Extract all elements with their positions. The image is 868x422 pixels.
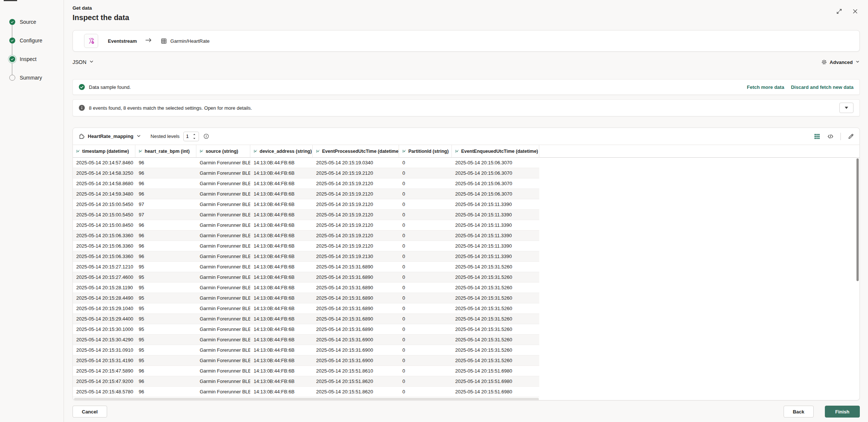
table-cell: 95 <box>135 324 196 334</box>
table-cell: 0 <box>399 314 452 324</box>
advanced-dropdown[interactable]: Advanced <box>821 59 860 65</box>
table-cell: 96 <box>135 220 196 230</box>
format-value: JSON <box>73 59 86 65</box>
table-cell: 2025-05-14 20:15:51.6980 <box>452 366 539 376</box>
table-row[interactable]: 2025-05-14 20:15:31.091095Garmin Forerun… <box>73 345 539 355</box>
table-cell: 0 <box>399 345 452 355</box>
table-cell: 2025-05-14 20:14:59.3480 <box>73 189 135 199</box>
expand-details-button[interactable] <box>839 103 853 113</box>
table-row[interactable]: 2025-05-14 20:14:58.325096Garmin Forerun… <box>73 168 539 178</box>
spinner-up-button[interactable] <box>192 132 197 136</box>
table-cell: 2025-05-14 20:15:19.2120 <box>313 231 399 241</box>
stepper-item-source[interactable]: Source <box>0 13 64 31</box>
close-icon[interactable] <box>852 8 858 15</box>
table-cell: Garmin Forerunner BLE <box>196 345 250 355</box>
stepper-item-inspect[interactable]: Inspect <box>0 50 64 68</box>
column-header-label: EventEnqueuedUtcTime (datetime) <box>461 149 538 154</box>
table-row[interactable]: 2025-05-14 20:15:06.336096Garmin Forerun… <box>73 231 539 241</box>
table-cell: 2025-05-14 20:15:06.3070 <box>452 178 539 189</box>
table-cell: 14:13:0B:44:FB:6B <box>250 158 313 168</box>
table-row[interactable]: 2025-05-14 20:15:00.545097Garmin Forerun… <box>73 210 539 220</box>
cancel-button[interactable]: Cancel <box>73 406 107 418</box>
table-cell: 2025-05-14 20:15:31.6890 <box>313 303 399 313</box>
table-cell: 2025-05-14 20:15:31.6890 <box>313 324 399 334</box>
table-row[interactable]: 2025-05-14 20:15:00.545097Garmin Forerun… <box>73 199 539 210</box>
format-dropdown[interactable]: JSON <box>73 59 94 65</box>
horizontal-scrollbar[interactable] <box>73 397 859 400</box>
table-row[interactable]: 2025-05-14 20:15:31.419095Garmin Forerun… <box>73 355 539 366</box>
action-link[interactable]: Discard and fetch new data <box>791 84 853 90</box>
table-cell: Garmin Forerunner BLE <box>196 355 250 365</box>
column-header[interactable]: EventProcessedUtcTime (datetime) <box>313 145 399 157</box>
sample-status-bar: Data sample found. Fetch more dataDiscar… <box>73 79 860 95</box>
chevron-down-icon <box>136 133 141 140</box>
table-row[interactable]: 2025-05-14 20:15:47.589096Garmin Forerun… <box>73 366 539 376</box>
table-row[interactable]: 2025-05-14 20:15:27.460095Garmin Forerun… <box>73 272 539 283</box>
table-cell: 2025-05-14 20:15:27.1210 <box>73 262 135 272</box>
column-header[interactable]: heart_rate_bpm (int) <box>135 145 196 157</box>
window-artifact <box>4 0 17 1</box>
table-row[interactable]: 2025-05-14 20:14:57.846096Garmin Forerun… <box>73 158 539 168</box>
table-cell: 14:13:0B:44:FB:6B <box>250 251 313 261</box>
column-type-icon <box>253 149 258 154</box>
table-cell: 2025-05-14 20:15:31.5260 <box>452 283 539 293</box>
stepper-item-configure[interactable]: Configure <box>0 31 64 50</box>
expand-dialog-icon[interactable] <box>836 8 842 15</box>
table-row[interactable]: 2025-05-14 20:15:28.449095Garmin Forerun… <box>73 293 539 303</box>
table-cell: 14:13:0B:44:FB:6B <box>250 262 313 272</box>
nested-levels-info-icon[interactable] <box>203 133 209 139</box>
table-cell: 14:13:0B:44:FB:6B <box>250 366 313 376</box>
table-cell: 0 <box>399 272 452 282</box>
back-button[interactable]: Back <box>784 406 814 418</box>
nested-levels-input[interactable] <box>184 133 191 139</box>
action-link[interactable]: Fetch more data <box>747 84 784 90</box>
table-view-button[interactable] <box>814 133 820 140</box>
table-row[interactable]: 2025-05-14 20:15:29.104095Garmin Forerun… <box>73 303 539 314</box>
table-row[interactable]: 2025-05-14 20:15:00.845096Garmin Forerun… <box>73 220 539 231</box>
table-cell: 2025-05-14 20:15:06.3070 <box>452 168 539 178</box>
table-cell: 2025-05-14 20:15:29.1040 <box>73 303 135 313</box>
table-row[interactable]: 2025-05-14 20:15:28.119095Garmin Forerun… <box>73 283 539 293</box>
table-row[interactable]: 2025-05-14 20:15:30.100095Garmin Forerun… <box>73 324 539 335</box>
table-cell: 2025-05-14 20:15:48.5780 <box>73 387 135 397</box>
column-header[interactable]: PartitionId (string) <box>399 145 452 157</box>
code-view-button[interactable] <box>827 133 834 140</box>
spinner-down-button[interactable] <box>192 136 197 141</box>
table-row[interactable]: 2025-05-14 20:15:29.440095Garmin Forerun… <box>73 314 539 324</box>
column-header[interactable]: device_address (string) <box>250 145 313 157</box>
stepper-item-summary[interactable]: Summary <box>0 68 64 87</box>
table-row[interactable]: 2025-05-14 20:14:58.868096Garmin Forerun… <box>73 178 539 189</box>
table-cell: 95 <box>135 272 196 282</box>
mapping-dropdown[interactable]: HeartRate_mapping <box>78 133 141 140</box>
table-cell: 2025-05-14 20:15:00.8450 <box>73 220 135 230</box>
table-cell: 2025-05-14 20:15:19.2120 <box>313 189 399 199</box>
edit-mapping-button[interactable] <box>848 133 854 140</box>
vertical-scrollbar[interactable] <box>856 158 859 281</box>
success-check-icon <box>79 84 85 90</box>
table-cell: Garmin Forerunner BLE <box>196 366 250 376</box>
table-row[interactable]: 2025-05-14 20:15:47.920096Garmin Forerun… <box>73 376 539 387</box>
table-row[interactable]: 2025-05-14 20:15:06.336096Garmin Forerun… <box>73 241 539 251</box>
table-cell: 2025-05-14 20:15:51.8610 <box>313 366 399 376</box>
table-row[interactable]: 2025-05-14 20:15:48.578096Garmin Forerun… <box>73 387 539 397</box>
table-row[interactable]: 2025-05-14 20:15:30.429095Garmin Forerun… <box>73 335 539 345</box>
horizontal-scrollbar-thumb[interactable] <box>74 398 539 400</box>
table-cell: 0 <box>399 335 452 345</box>
finish-button[interactable]: Finish <box>825 406 860 418</box>
table-cell: 0 <box>399 158 452 168</box>
table-cell: 2025-05-14 20:15:00.5450 <box>73 210 135 220</box>
column-header[interactable]: timestamp (datetime) <box>73 145 135 157</box>
table-cell: 96 <box>135 387 196 397</box>
table-row[interactable]: 2025-05-14 20:15:27.121095Garmin Forerun… <box>73 262 539 272</box>
table-row[interactable]: 2025-05-14 20:15:06.336096Garmin Forerun… <box>73 251 539 262</box>
table-cell: 2025-05-14 20:15:28.1190 <box>73 283 135 293</box>
table-cell: 2025-05-14 20:15:28.4490 <box>73 293 135 303</box>
table-cell: 2025-05-14 20:15:31.6890 <box>313 283 399 293</box>
table-cell: 2025-05-14 20:15:51.6980 <box>452 387 539 397</box>
table-row[interactable]: 2025-05-14 20:14:59.348096Garmin Forerun… <box>73 189 539 199</box>
column-header[interactable]: EventEnqueuedUtcTime (datetime) <box>452 145 539 157</box>
table-cell: 95 <box>135 314 196 324</box>
table-cell: 2025-05-14 20:15:06.3070 <box>452 189 539 199</box>
column-header[interactable]: source (string) <box>196 145 250 157</box>
gear-icon <box>821 59 827 65</box>
